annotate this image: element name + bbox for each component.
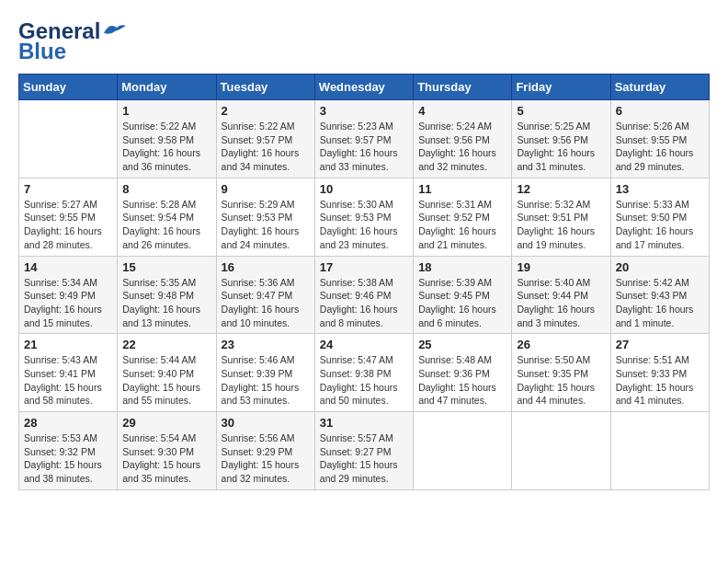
weekday-header-thursday: Thursday bbox=[414, 75, 512, 100]
calendar-cell bbox=[610, 412, 709, 490]
day-number: 29 bbox=[122, 416, 210, 430]
weekday-header-saturday: Saturday bbox=[610, 75, 709, 100]
calendar-cell: 28Sunrise: 5:53 AMSunset: 9:32 PMDayligh… bbox=[19, 412, 118, 490]
day-info: Sunrise: 5:25 AMSunset: 9:56 PMDaylight:… bbox=[517, 120, 605, 174]
day-info: Sunrise: 5:44 AMSunset: 9:40 PMDaylight:… bbox=[122, 353, 210, 408]
calendar-cell: 15Sunrise: 5:35 AMSunset: 9:48 PMDayligh… bbox=[118, 256, 216, 334]
day-info: Sunrise: 5:29 AMSunset: 9:53 PMDaylight:… bbox=[222, 198, 310, 252]
calendar-table: SundayMondayTuesdayWednesdayThursdayFrid… bbox=[18, 74, 710, 490]
day-info: Sunrise: 5:27 AMSunset: 9:55 PMDaylight:… bbox=[24, 198, 112, 252]
calendar-cell: 17Sunrise: 5:38 AMSunset: 9:46 PMDayligh… bbox=[314, 256, 413, 334]
calendar-body: 1Sunrise: 5:22 AMSunset: 9:58 PMDaylight… bbox=[19, 100, 710, 490]
day-info: Sunrise: 5:22 AMSunset: 9:57 PMDaylight:… bbox=[222, 120, 310, 174]
calendar-week-row: 28Sunrise: 5:53 AMSunset: 9:32 PMDayligh… bbox=[19, 412, 710, 490]
weekday-header-monday: Monday bbox=[118, 75, 216, 100]
calendar-header-row: SundayMondayTuesdayWednesdayThursdayFrid… bbox=[19, 75, 710, 100]
day-info: Sunrise: 5:50 AMSunset: 9:35 PMDaylight:… bbox=[517, 353, 605, 408]
day-info: Sunrise: 5:53 AMSunset: 9:32 PMDaylight:… bbox=[24, 431, 112, 486]
day-number: 9 bbox=[222, 182, 310, 196]
calendar-cell: 31Sunrise: 5:57 AMSunset: 9:27 PMDayligh… bbox=[314, 412, 413, 490]
day-info: Sunrise: 5:57 AMSunset: 9:27 PMDaylight:… bbox=[320, 431, 408, 486]
day-number: 16 bbox=[222, 260, 310, 274]
calendar-week-row: 1Sunrise: 5:22 AMSunset: 9:58 PMDaylight… bbox=[19, 100, 710, 178]
day-info: Sunrise: 5:42 AMSunset: 9:43 PMDaylight:… bbox=[616, 276, 704, 330]
day-number: 13 bbox=[616, 182, 704, 196]
logo-bird-icon bbox=[102, 20, 130, 39]
calendar-cell bbox=[414, 412, 512, 490]
day-info: Sunrise: 5:56 AMSunset: 9:29 PMDaylight:… bbox=[222, 431, 310, 486]
calendar-cell: 27Sunrise: 5:51 AMSunset: 9:33 PMDayligh… bbox=[610, 334, 709, 412]
day-number: 23 bbox=[222, 338, 310, 351]
day-number: 22 bbox=[122, 338, 210, 351]
day-number: 17 bbox=[320, 260, 408, 274]
day-info: Sunrise: 5:33 AMSunset: 9:50 PMDaylight:… bbox=[616, 198, 704, 252]
calendar-cell: 13Sunrise: 5:33 AMSunset: 9:50 PMDayligh… bbox=[610, 178, 709, 256]
calendar-cell: 2Sunrise: 5:22 AMSunset: 9:57 PMDaylight… bbox=[216, 100, 314, 178]
day-info: Sunrise: 5:28 AMSunset: 9:54 PMDaylight:… bbox=[122, 198, 210, 252]
day-number: 31 bbox=[320, 416, 408, 430]
calendar-cell: 24Sunrise: 5:47 AMSunset: 9:38 PMDayligh… bbox=[314, 334, 413, 412]
calendar-week-row: 7Sunrise: 5:27 AMSunset: 9:55 PMDaylight… bbox=[19, 178, 710, 256]
day-info: Sunrise: 5:54 AMSunset: 9:30 PMDaylight:… bbox=[122, 431, 210, 486]
calendar-cell: 21Sunrise: 5:43 AMSunset: 9:41 PMDayligh… bbox=[19, 334, 118, 412]
calendar-cell bbox=[512, 412, 610, 490]
calendar-cell: 16Sunrise: 5:36 AMSunset: 9:47 PMDayligh… bbox=[216, 256, 314, 334]
calendar-cell: 9Sunrise: 5:29 AMSunset: 9:53 PMDaylight… bbox=[216, 178, 314, 256]
day-info: Sunrise: 5:23 AMSunset: 9:57 PMDaylight:… bbox=[320, 120, 408, 174]
day-number: 30 bbox=[222, 416, 310, 430]
day-number: 21 bbox=[24, 338, 112, 351]
calendar-cell: 25Sunrise: 5:48 AMSunset: 9:36 PMDayligh… bbox=[414, 334, 512, 412]
day-number: 19 bbox=[517, 260, 605, 274]
calendar-cell: 18Sunrise: 5:39 AMSunset: 9:45 PMDayligh… bbox=[414, 256, 512, 334]
calendar-cell: 22Sunrise: 5:44 AMSunset: 9:40 PMDayligh… bbox=[118, 334, 216, 412]
day-info: Sunrise: 5:26 AMSunset: 9:55 PMDaylight:… bbox=[616, 120, 704, 174]
calendar-cell bbox=[19, 100, 118, 178]
logo: General Blue bbox=[18, 18, 130, 64]
day-info: Sunrise: 5:35 AMSunset: 9:48 PMDaylight:… bbox=[122, 276, 210, 330]
calendar-cell: 14Sunrise: 5:34 AMSunset: 9:49 PMDayligh… bbox=[19, 256, 118, 334]
calendar-cell: 29Sunrise: 5:54 AMSunset: 9:30 PMDayligh… bbox=[118, 412, 216, 490]
day-number: 20 bbox=[616, 260, 704, 274]
calendar-cell: 8Sunrise: 5:28 AMSunset: 9:54 PMDaylight… bbox=[118, 178, 216, 256]
day-number: 18 bbox=[418, 260, 506, 274]
day-number: 11 bbox=[418, 182, 506, 196]
weekday-header-sunday: Sunday bbox=[19, 75, 118, 100]
weekday-header-friday: Friday bbox=[512, 75, 610, 100]
weekday-header-wednesday: Wednesday bbox=[314, 75, 413, 100]
day-info: Sunrise: 5:22 AMSunset: 9:58 PMDaylight:… bbox=[122, 120, 210, 174]
day-number: 24 bbox=[320, 338, 408, 351]
day-info: Sunrise: 5:47 AMSunset: 9:38 PMDaylight:… bbox=[320, 353, 408, 408]
calendar-cell: 11Sunrise: 5:31 AMSunset: 9:52 PMDayligh… bbox=[414, 178, 512, 256]
day-info: Sunrise: 5:40 AMSunset: 9:44 PMDaylight:… bbox=[517, 276, 605, 330]
day-info: Sunrise: 5:24 AMSunset: 9:56 PMDaylight:… bbox=[418, 120, 506, 174]
calendar-cell: 19Sunrise: 5:40 AMSunset: 9:44 PMDayligh… bbox=[512, 256, 610, 334]
day-info: Sunrise: 5:48 AMSunset: 9:36 PMDaylight:… bbox=[418, 353, 506, 408]
day-number: 2 bbox=[222, 104, 310, 118]
day-info: Sunrise: 5:39 AMSunset: 9:45 PMDaylight:… bbox=[418, 276, 506, 330]
day-number: 15 bbox=[122, 260, 210, 274]
calendar-cell: 7Sunrise: 5:27 AMSunset: 9:55 PMDaylight… bbox=[19, 178, 118, 256]
day-info: Sunrise: 5:30 AMSunset: 9:53 PMDaylight:… bbox=[320, 198, 408, 252]
day-number: 10 bbox=[320, 182, 408, 196]
day-info: Sunrise: 5:43 AMSunset: 9:41 PMDaylight:… bbox=[24, 353, 112, 408]
day-number: 12 bbox=[517, 182, 605, 196]
day-number: 28 bbox=[24, 416, 112, 430]
calendar-cell: 4Sunrise: 5:24 AMSunset: 9:56 PMDaylight… bbox=[414, 100, 512, 178]
calendar-cell: 12Sunrise: 5:32 AMSunset: 9:51 PMDayligh… bbox=[512, 178, 610, 256]
day-info: Sunrise: 5:46 AMSunset: 9:39 PMDaylight:… bbox=[222, 353, 310, 408]
calendar-cell: 1Sunrise: 5:22 AMSunset: 9:58 PMDaylight… bbox=[118, 100, 216, 178]
day-number: 7 bbox=[24, 182, 112, 196]
calendar-cell: 20Sunrise: 5:42 AMSunset: 9:43 PMDayligh… bbox=[610, 256, 709, 334]
day-number: 4 bbox=[418, 104, 506, 118]
day-number: 25 bbox=[418, 338, 506, 351]
calendar-week-row: 14Sunrise: 5:34 AMSunset: 9:49 PMDayligh… bbox=[19, 256, 710, 334]
logo-blue: Blue bbox=[18, 39, 66, 64]
day-info: Sunrise: 5:32 AMSunset: 9:51 PMDaylight:… bbox=[517, 198, 605, 252]
day-info: Sunrise: 5:38 AMSunset: 9:46 PMDaylight:… bbox=[320, 276, 408, 330]
day-info: Sunrise: 5:36 AMSunset: 9:47 PMDaylight:… bbox=[222, 276, 310, 330]
calendar-cell: 3Sunrise: 5:23 AMSunset: 9:57 PMDaylight… bbox=[314, 100, 413, 178]
day-number: 26 bbox=[517, 338, 605, 351]
day-info: Sunrise: 5:31 AMSunset: 9:52 PMDaylight:… bbox=[418, 198, 506, 252]
calendar-cell: 23Sunrise: 5:46 AMSunset: 9:39 PMDayligh… bbox=[216, 334, 314, 412]
calendar-cell: 10Sunrise: 5:30 AMSunset: 9:53 PMDayligh… bbox=[314, 178, 413, 256]
